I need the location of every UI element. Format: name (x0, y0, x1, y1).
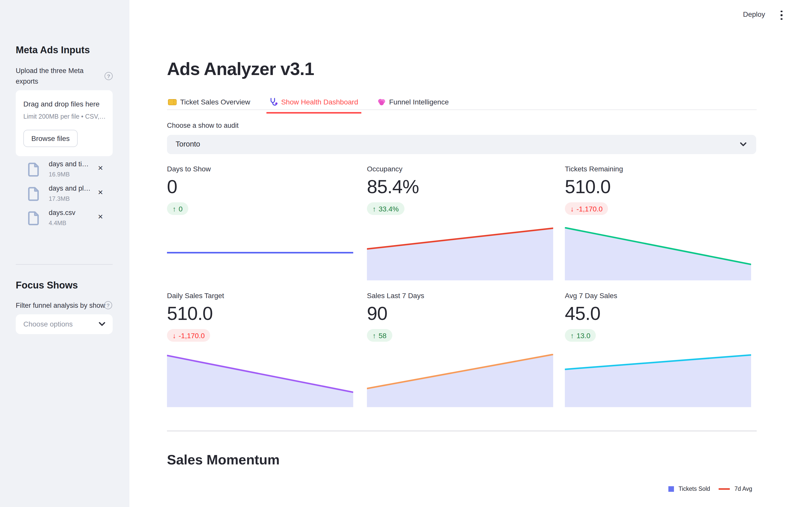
7d-avg-line-icon (719, 488, 730, 490)
ticket-icon (168, 99, 176, 105)
file-name: days and pl… (49, 184, 91, 192)
help-icon[interactable]: ? (104, 301, 112, 309)
sparkline-occupancy (367, 227, 553, 280)
delta-arrow-icon: ↑ (372, 205, 376, 213)
dropzone-limit-hint: Limit 200MB per file • CSV,… (23, 113, 106, 120)
file-dropzone[interactable]: Drag and drop files here Limit 200MB per… (16, 90, 113, 156)
uploaded-file-row: days and pl… 17.3MB (24, 184, 116, 207)
metric-label: Daily Sales Target (167, 291, 353, 300)
tab-ticket-sales-overview[interactable]: Ticket Sales Overview (167, 95, 251, 109)
uploaded-file-row: days.csv 4.4MB (24, 209, 116, 231)
metric-value: 510.0 (565, 176, 751, 198)
stethoscope-icon (269, 98, 277, 106)
tab-show-health-dashboard[interactable]: Show Health Dashboard (268, 95, 359, 109)
remove-file-icon[interactable] (96, 163, 105, 172)
sparkline-daily-sales-target (167, 354, 353, 407)
focus-shows-multiselect[interactable]: Choose options (16, 314, 113, 334)
tab-label: Show Health Dashboard (281, 98, 358, 106)
delta-arrow-icon: ↑ (372, 331, 376, 339)
file-name: days.csv (49, 209, 75, 217)
metric-avg-7-day-sales: Avg 7 Day Sales 45.0 ↑13.0 (565, 291, 751, 342)
metric-occupancy: Occupancy 85.4% ↑33.4% (367, 165, 553, 215)
metric-delta-badge: ↑58 (367, 329, 392, 342)
metric-label: Tickets Remaining (565, 165, 751, 173)
delta-value: 58 (378, 331, 387, 339)
delta-value: 0 (179, 205, 183, 213)
metric-delta-badge: ↑13.0 (565, 329, 596, 342)
file-icon (28, 162, 40, 177)
tab-label: Funnel Intelligence (389, 98, 449, 106)
tickets-sold-swatch-icon (668, 486, 674, 492)
section-divider (167, 431, 757, 431)
focus-shows-title: Focus Shows (16, 280, 78, 291)
delta-value: -1,170.0 (576, 205, 603, 213)
momentum-chart-legend: Tickets Sold 7d Avg (668, 486, 752, 492)
metric-label: Occupancy (367, 165, 553, 173)
file-name: days and ti… (49, 160, 89, 168)
show-select[interactable]: Toronto (167, 135, 756, 154)
metric-delta-badge: ↓-1,170.0 (167, 329, 210, 342)
tab-label: Ticket Sales Overview (180, 98, 250, 106)
tab-funnel-intelligence[interactable]: Funnel Intelligence (376, 95, 450, 109)
file-icon (28, 186, 40, 201)
show-select-value: Toronto (175, 140, 200, 148)
delta-value: 33.4% (378, 205, 399, 213)
metric-value: 90 (367, 303, 553, 325)
focus-filter-label: Filter funnel analysis by show (16, 302, 105, 309)
metric-value: 510.0 (167, 303, 353, 325)
metric-tickets-remaining: Tickets Remaining 510.0 ↓-1,170.0 (565, 165, 751, 215)
multiselect-placeholder: Choose options (23, 320, 73, 328)
metric-label: Sales Last 7 Days (367, 291, 553, 300)
sidebar-title: Meta Ads Inputs (16, 45, 90, 56)
file-size: 16.9MB (49, 171, 70, 178)
remove-file-icon[interactable] (96, 187, 105, 197)
browse-files-button[interactable]: Browse files (23, 130, 78, 147)
legend-label: Tickets Sold (678, 486, 710, 492)
delta-arrow-icon: ↑ (570, 331, 574, 339)
sales-momentum-title: Sales Momentum (167, 452, 280, 468)
main-content: Ads Analyzer v3.1 Ticket Sales Overview … (130, 0, 812, 507)
chevron-down-icon (740, 141, 747, 148)
sidebar: Meta Ads Inputs Upload the three Meta ex… (0, 0, 130, 507)
delta-arrow-icon: ↓ (570, 205, 574, 213)
app-root: Meta Ads Inputs Upload the three Meta ex… (0, 0, 812, 507)
metric-label: Avg 7 Day Sales (565, 291, 751, 300)
file-size: 17.3MB (49, 195, 70, 202)
metric-value: 0 (167, 176, 353, 198)
chevron-down-icon (98, 321, 106, 327)
delta-arrow-icon: ↓ (172, 331, 176, 339)
delta-value: -1,170.0 (179, 331, 205, 339)
file-size: 4.4MB (49, 220, 66, 227)
delta-value: 13.0 (576, 331, 591, 339)
remove-file-icon[interactable] (96, 212, 105, 221)
page-title: Ads Analyzer v3.1 (167, 59, 314, 79)
sidebar-divider (16, 264, 113, 265)
metric-delta-badge: ↑0 (167, 202, 188, 215)
metric-value: 45.0 (565, 303, 751, 325)
metric-value: 85.4% (367, 176, 553, 198)
metric-delta-badge: ↑33.4% (367, 202, 404, 215)
metric-delta-badge: ↓-1,170.0 (565, 202, 608, 215)
brain-icon (377, 98, 386, 106)
sparkline-avg-7-day-sales (565, 354, 751, 407)
show-select-label: Choose a show to audit (167, 122, 239, 129)
sparkline-tickets-remaining (565, 227, 751, 280)
metric-sales-last-7-days: Sales Last 7 Days 90 ↑58 (367, 291, 553, 342)
uploader-label: Upload the three Meta exports (16, 65, 92, 87)
legend-label: 7d Avg (734, 486, 752, 492)
file-icon (28, 210, 40, 226)
metric-days-to-show: Days to Show 0 ↑0 (167, 165, 353, 215)
delta-arrow-icon: ↑ (172, 205, 176, 213)
tab-bar: Ticket Sales Overview Show Health Dashbo… (167, 95, 757, 110)
sparkline-days-to-show (167, 227, 353, 280)
help-icon[interactable]: ? (105, 72, 113, 80)
sparkline-sales-last-7-days (367, 354, 553, 407)
metric-label: Days to Show (167, 165, 353, 173)
uploaded-file-row: days and ti… 16.9MB (24, 160, 116, 182)
dropzone-title: Drag and drop files here (23, 100, 99, 108)
metric-daily-sales-target: Daily Sales Target 510.0 ↓-1,170.0 (167, 291, 353, 342)
